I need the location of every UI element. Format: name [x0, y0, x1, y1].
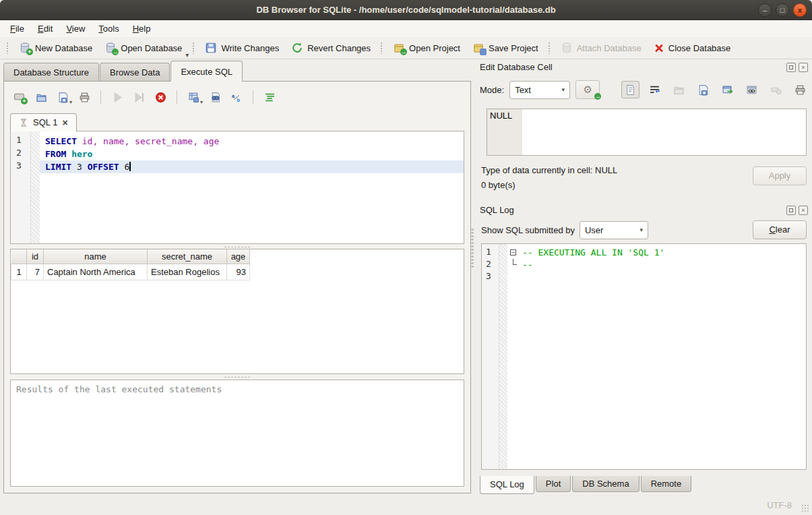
horizontal-splitter[interactable] [10, 244, 464, 249]
execute-line-button [129, 88, 148, 106]
results-table-view: id name secret_name age 1 7 Captain Nort… [10, 249, 464, 374]
cell-secret-name[interactable]: Esteban Rogelios [148, 264, 227, 280]
close-dock-icon[interactable]: × [799, 63, 808, 72]
open-project-button[interactable]: → Open Project [387, 39, 466, 57]
chevron-down-icon: ▾ [639, 226, 643, 233]
row-header[interactable]: 1 [11, 264, 27, 280]
tab-sql-log[interactable]: SQL Log [480, 476, 534, 494]
minimize-icon[interactable]: – [758, 3, 772, 17]
format-sql-icon [264, 92, 276, 103]
new-database-button[interactable]: + New Database [13, 39, 98, 57]
open-file-icon [36, 92, 47, 103]
sql-log-view[interactable]: 1 2 3 – -- EXECUTING ALL IN 'SQL 1' -- [481, 243, 807, 470]
replace-button[interactable]: ab [227, 88, 246, 106]
float-dock-icon[interactable] [786, 206, 796, 215]
toolbar-drag-handle[interactable] [380, 42, 383, 54]
main-toolbar: + New Database → Open Database ▾ Write C… [0, 37, 812, 59]
print-sql-button[interactable] [75, 88, 94, 106]
maximize-icon[interactable]: □ [776, 3, 789, 17]
open-sql-new-tab-button[interactable]: + [10, 88, 29, 106]
text-view-button[interactable] [621, 81, 639, 98]
cell-info-row: Type of data currently in cell: NULL 0 b… [481, 165, 807, 190]
apply-button[interactable]: Apply [753, 166, 807, 185]
open-external-button[interactable] [718, 81, 737, 98]
corner-header[interactable] [11, 249, 27, 264]
open-database-dropdown-icon[interactable]: ▾ [185, 51, 189, 59]
open-database-icon: → [104, 42, 117, 54]
collapse-icon[interactable]: – [510, 249, 516, 255]
mode-select[interactable]: Text ▾ [509, 81, 570, 99]
copy-url-button[interactable] [743, 81, 761, 98]
column-header-id[interactable]: id [27, 249, 44, 264]
log-source-select[interactable]: User ▾ [580, 221, 648, 239]
tab-db-schema[interactable]: DB Schema [572, 476, 639, 492]
save-file-icon [57, 92, 69, 103]
print-cell-button[interactable] [791, 81, 809, 98]
fold-marker[interactable]: – [507, 247, 522, 259]
log-comment: -- [522, 259, 533, 271]
stop-execution-button[interactable] [151, 88, 170, 106]
arrow-badge-icon: → [594, 93, 601, 100]
sql-editor[interactable]: 1 2 3 SELECT id, name, secret_name, age … [10, 131, 464, 244]
tab-remote[interactable]: Remote [641, 476, 692, 492]
menu-file[interactable]: File [4, 22, 30, 36]
execute-all-button [108, 88, 127, 106]
tab-database-structure[interactable]: Database Structure [3, 63, 99, 82]
tab-plot[interactable]: Plot [536, 476, 571, 492]
sql-tab-label: SQL 1 [33, 117, 57, 127]
column-header-name[interactable]: name [44, 249, 148, 264]
set-null-button [767, 81, 785, 98]
tab-execute-sql[interactable]: Execute SQL [170, 61, 243, 82]
close-sql-tab-icon[interactable]: × [62, 119, 67, 127]
column-header-secret-name[interactable]: secret_name [148, 249, 227, 264]
close-database-button[interactable]: Close Database [648, 40, 737, 56]
column-header-age[interactable]: age [227, 249, 250, 264]
export-cell-data-button[interactable] [694, 81, 712, 98]
save-project-icon [472, 42, 485, 54]
export-results-button[interactable]: ▾ [184, 88, 203, 106]
code-line-2: FROM hero [40, 148, 464, 160]
toolbar-separator [177, 90, 177, 104]
revert-changes-button[interactable]: Revert Changes [285, 39, 377, 57]
resize-grip[interactable] [801, 504, 809, 512]
auto-switch-mode-button[interactable]: ⚙ → [575, 80, 600, 99]
save-sql-file-button[interactable]: ▾ [53, 88, 72, 106]
open-sql-file-button[interactable] [32, 88, 51, 106]
word-wrap-button[interactable] [646, 81, 664, 98]
log-line-3 [507, 271, 806, 283]
text-cursor [129, 162, 131, 171]
log-comment: -- EXECUTING ALL IN 'SQL 1' [522, 247, 664, 259]
cell-id[interactable]: 7 [27, 264, 44, 280]
find-button[interactable] [206, 88, 224, 106]
sql-code-area[interactable]: SELECT id, name, secret_name, age FROM h… [40, 131, 464, 243]
filter-label: Show SQL submitted by [481, 225, 575, 235]
float-dock-icon[interactable] [786, 63, 796, 72]
cell-age[interactable]: 93 [227, 264, 250, 280]
toolbar-drag-handle[interactable] [6, 42, 9, 54]
print-icon [794, 84, 806, 96]
cell-name[interactable]: Captain North America [44, 264, 148, 280]
stop-icon [155, 92, 166, 103]
save-project-button[interactable]: Save Project [466, 39, 544, 57]
results-table: id name secret_name age 1 7 Captain Nort… [11, 249, 250, 280]
write-changes-button[interactable]: Write Changes [199, 39, 285, 57]
tab-browse-data[interactable]: Browse Data [100, 63, 170, 82]
close-icon[interactable]: x [793, 3, 807, 17]
results-message-area[interactable]: Results of the last executed statements [10, 380, 464, 487]
menu-help[interactable]: Help [127, 22, 157, 36]
menu-tools[interactable]: Tools [92, 22, 125, 36]
clear-log-button[interactable]: Clear [753, 220, 807, 239]
menu-edit[interactable]: Edit [32, 22, 59, 36]
horizontal-splitter[interactable] [10, 374, 464, 379]
menu-view[interactable]: View [60, 22, 91, 36]
save-file-icon [697, 84, 709, 96]
format-sql-button[interactable] [260, 88, 279, 106]
attach-database-button: Attach Database [555, 39, 648, 57]
sql-document-tab[interactable]: SQL 1 × [10, 113, 77, 131]
close-dock-icon[interactable]: × [799, 206, 808, 215]
fold-margin [31, 131, 40, 243]
cell-value-editor[interactable]: NULL [487, 109, 807, 156]
sql-number: 6 [119, 162, 130, 172]
open-database-button[interactable]: → Open Database [98, 39, 188, 57]
encoding-indicator[interactable]: UTF-8 [767, 500, 792, 510]
